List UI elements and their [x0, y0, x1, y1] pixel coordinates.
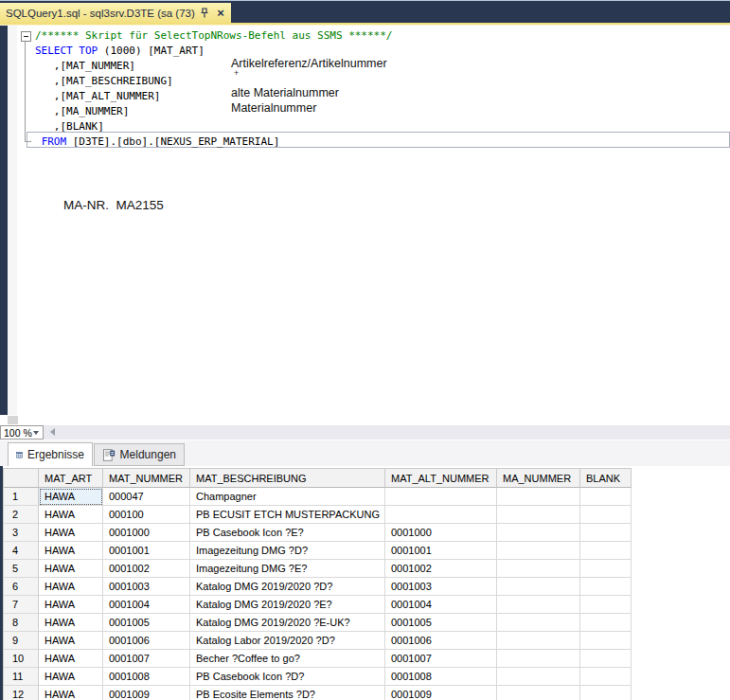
grid-cell[interactable]: HAWA — [39, 650, 103, 668]
grid-cell[interactable]: 0001007 — [385, 650, 497, 668]
grid-cell[interactable]: 0001004 — [103, 596, 190, 614]
grid-cell[interactable]: Katalog DMG 2019/2020 ?E-UK? — [190, 614, 385, 632]
row-number-cell[interactable]: 12 — [4, 686, 39, 700]
grid-cell[interactable]: PB Casebook Icon ?D? — [190, 668, 385, 686]
grid-cell[interactable]: HAWA — [39, 560, 103, 578]
column-header-mat_art[interactable]: MAT_ART — [39, 468, 103, 488]
grid-cell[interactable] — [580, 668, 632, 686]
grid-cell[interactable] — [580, 632, 632, 650]
grid-cell[interactable]: HAWA — [39, 506, 103, 524]
grid-cell[interactable]: 0001005 — [385, 614, 497, 632]
grid-cell[interactable]: HAWA — [39, 614, 103, 632]
column-header-mat_beschreibung[interactable]: MAT_BESCHREIBUNG — [190, 468, 385, 488]
column-header-mat_alt_nummer[interactable]: MAT_ALT_NUMMER — [385, 468, 497, 488]
grid-cell[interactable] — [497, 632, 580, 650]
pin-icon[interactable] — [198, 7, 211, 20]
grid-cell[interactable] — [580, 596, 632, 614]
row-number-cell[interactable]: 2 — [4, 506, 39, 524]
editor-results-splitter[interactable] — [0, 415, 730, 425]
grid-cell[interactable] — [385, 506, 497, 524]
row-number-cell[interactable]: 7 — [4, 596, 39, 614]
grid-cell[interactable]: 000100 — [103, 506, 190, 524]
grid-cell[interactable] — [580, 578, 632, 596]
grid-cell[interactable]: 0001006 — [385, 632, 497, 650]
row-number-header[interactable] — [4, 468, 39, 488]
grid-cell[interactable]: Katalog DMG 2019/2020 ?D? — [190, 578, 385, 596]
grid-cell[interactable] — [497, 488, 580, 506]
grid-cell[interactable] — [580, 542, 632, 560]
grid-cell[interactable]: 0001008 — [103, 668, 190, 686]
fold-collapse-icon[interactable] — [21, 31, 31, 42]
grid-cell[interactable]: 0001002 — [103, 560, 190, 578]
grid-cell[interactable] — [497, 524, 580, 542]
grid-cell[interactable] — [497, 542, 580, 560]
grid-cell[interactable] — [580, 524, 632, 542]
grid-cell[interactable]: Imagezeitung DMG ?D? — [190, 542, 385, 560]
grid-cell[interactable]: 0001000 — [385, 524, 497, 542]
grid-cell[interactable] — [497, 506, 580, 524]
grid-cell[interactable] — [580, 650, 632, 668]
scroll-left-arrow-icon[interactable] — [50, 428, 55, 436]
grid-cell[interactable] — [497, 596, 580, 614]
grid-cell[interactable]: PB Ecosite Elements ?D? — [190, 686, 385, 700]
row-number-cell[interactable]: 9 — [4, 632, 39, 650]
grid-cell[interactable]: Katalog DMG 2019/2020 ?E? — [190, 596, 385, 614]
grid-cell[interactable]: 0001009 — [103, 686, 190, 700]
column-header-mat_nummer[interactable]: MAT_NUMMER — [103, 468, 190, 488]
row-number-cell[interactable]: 4 — [4, 542, 39, 560]
grid-cell[interactable] — [497, 668, 580, 686]
grid-cell[interactable] — [580, 488, 632, 506]
grid-cell[interactable] — [580, 614, 632, 632]
grid-cell[interactable]: HAWA — [39, 488, 103, 506]
grid-cell[interactable]: PB Casebook Icon ?E? — [190, 524, 385, 542]
grid-cell[interactable]: 0001001 — [103, 542, 190, 560]
row-number-cell[interactable]: 6 — [4, 578, 39, 596]
grid-cell[interactable] — [580, 506, 632, 524]
grid-cell[interactable]: 0001001 — [385, 542, 497, 560]
column-header-ma_nummer[interactable]: MA_NUMMER — [497, 468, 580, 488]
grid-cell[interactable]: Champagner — [190, 488, 385, 506]
row-number-cell[interactable]: 3 — [4, 524, 39, 542]
grid-cell[interactable]: 0001005 — [103, 614, 190, 632]
zoom-level-dropdown[interactable]: 100 % — [0, 425, 44, 440]
grid-cell[interactable]: HAWA — [39, 524, 103, 542]
close-icon[interactable]: × — [214, 7, 227, 20]
grid-cell[interactable]: PB ECUSIT ETCH MUSTERPACKUNG — [190, 506, 385, 524]
grid-cell[interactable]: 0001003 — [385, 578, 497, 596]
grid-cell[interactable] — [497, 578, 580, 596]
grid-cell[interactable] — [497, 614, 580, 632]
grid-cell[interactable]: Becher ?Coffee to go? — [190, 650, 385, 668]
grid-cell[interactable]: HAWA — [39, 596, 103, 614]
splitter-grip-icon[interactable] — [8, 416, 18, 424]
tab-ergebnisse[interactable]: Ergebnisse — [8, 442, 93, 466]
row-number-cell[interactable]: 8 — [4, 614, 39, 632]
document-tab[interactable]: SQLQuery1.sql - sql3srv.D3TE (sa (73)) × — [0, 3, 231, 24]
grid-cell[interactable]: 0001007 — [103, 650, 190, 668]
horizontal-scrollbar[interactable] — [44, 425, 730, 440]
grid-cell[interactable]: 000047 — [103, 488, 190, 506]
grid-cell[interactable]: 0001008 — [385, 668, 497, 686]
grid-cell[interactable]: HAWA — [39, 578, 103, 596]
grid-cell[interactable] — [580, 686, 632, 700]
grid-cell[interactable]: HAWA — [39, 632, 103, 650]
dropdown-arrow-icon[interactable] — [33, 431, 39, 435]
grid-cell[interactable]: Imagezeitung DMG ?E? — [190, 560, 385, 578]
row-number-cell[interactable]: 10 — [4, 650, 39, 668]
row-number-cell[interactable]: 5 — [4, 560, 39, 578]
grid-cell[interactable] — [497, 650, 580, 668]
grid-cell[interactable]: 0001006 — [103, 632, 190, 650]
grid-cell[interactable]: 0001002 — [385, 560, 497, 578]
grid-cell[interactable] — [497, 686, 580, 700]
grid-cell[interactable]: 0001000 — [103, 524, 190, 542]
column-header-blank[interactable]: BLANK — [580, 468, 632, 488]
grid-cell[interactable]: HAWA — [39, 668, 103, 686]
sql-editor[interactable]: /****** Skript für SelectTopNRows-Befehl… — [0, 26, 730, 415]
grid-cell[interactable]: Katalog Labor 2019/2020 ?D? — [190, 632, 385, 650]
row-number-cell[interactable]: 1 — [4, 488, 39, 506]
grid-cell[interactable]: 0001003 — [103, 578, 190, 596]
grid-cell[interactable]: HAWA — [39, 686, 103, 700]
tab-meldungen[interactable]: Meldungen — [94, 443, 185, 466]
grid-cell[interactable]: HAWA — [39, 542, 103, 560]
grid-cell[interactable] — [385, 488, 497, 506]
grid-cell[interactable]: 0001004 — [385, 596, 497, 614]
